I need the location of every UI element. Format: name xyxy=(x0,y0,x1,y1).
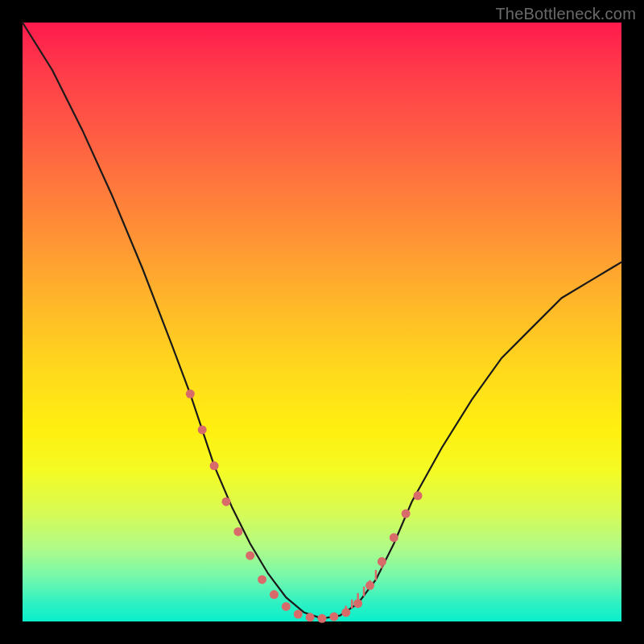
chart-svg xyxy=(23,23,621,621)
marker-dot xyxy=(402,510,411,518)
marker-dot xyxy=(378,557,386,566)
marker-dot xyxy=(282,602,291,611)
markers-group xyxy=(186,390,423,623)
marker-dot xyxy=(306,613,315,621)
watermark-label: TheBottleneck.com xyxy=(495,5,636,23)
blips-group xyxy=(346,562,382,612)
curve-line xyxy=(23,23,621,618)
marker-dot xyxy=(186,390,195,398)
marker-dot xyxy=(341,608,350,617)
marker-dot xyxy=(258,575,266,584)
chart-frame: TheBottleneck.com xyxy=(0,0,644,644)
marker-dot xyxy=(246,551,254,560)
marker-dot xyxy=(318,614,327,623)
marker-dot xyxy=(210,461,219,470)
marker-dot xyxy=(353,599,362,608)
marker-dot xyxy=(198,425,207,434)
marker-dot xyxy=(270,590,279,599)
marker-dot xyxy=(329,613,338,621)
plot-area xyxy=(23,23,621,621)
marker-dot xyxy=(390,533,398,542)
marker-dot xyxy=(294,610,303,619)
marker-dot xyxy=(414,491,423,500)
marker-dot xyxy=(365,581,374,590)
marker-dot xyxy=(221,497,230,506)
marker-dot xyxy=(233,527,242,536)
